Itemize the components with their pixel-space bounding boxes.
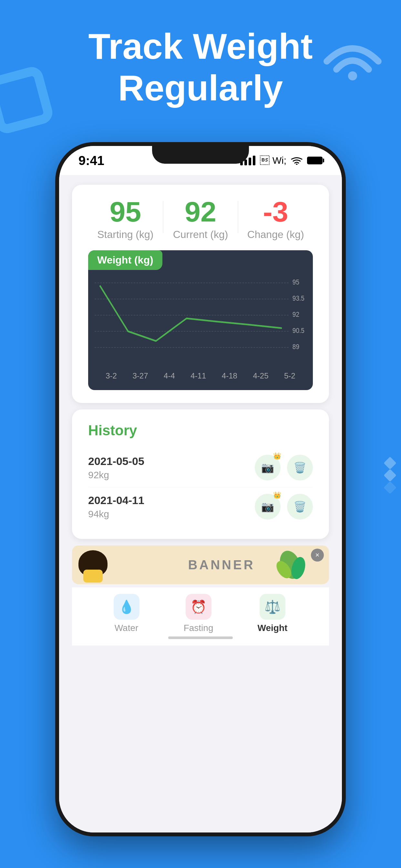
history-actions-1: 👑 📷 🗑️ xyxy=(255,455,313,480)
history-section: History 2021-05-05 92kg 👑 📷 🗑️ xyxy=(72,409,329,539)
hero-title: Track Weight Regularly xyxy=(0,26,401,109)
svg-text:89: 89 xyxy=(292,343,299,351)
history-item-1: 2021-05-05 92kg 👑 📷 🗑️ xyxy=(88,448,313,487)
stat-current: 92 Current (kg) xyxy=(163,197,238,241)
x-label-5: 4-18 xyxy=(222,371,237,380)
svg-text:92: 92 xyxy=(292,310,299,318)
bg-decoration-diamonds xyxy=(385,459,395,492)
history-weight-1: 92kg xyxy=(88,469,144,480)
phone-notch xyxy=(152,146,249,164)
chart-svg: 95 93.5 92 90.5 89 xyxy=(95,276,306,367)
svg-text:93.5: 93.5 xyxy=(292,294,305,302)
history-date-1: 2021-05-05 xyxy=(88,455,144,468)
change-label: Change (kg) xyxy=(238,228,313,241)
battery-icon xyxy=(307,157,322,164)
chart-body: 95 93.5 92 90.5 89 3-2 3-27 4-4 4-11 xyxy=(88,270,313,390)
history-item-2-info: 2021-04-11 94kg xyxy=(88,494,144,520)
svg-text:95: 95 xyxy=(292,278,299,286)
fasting-tab-icon: ⏰ xyxy=(186,594,212,620)
x-label-3: 4-4 xyxy=(164,371,175,380)
svg-text:90.5: 90.5 xyxy=(292,327,305,335)
crown-badge-1: 👑 xyxy=(273,452,281,460)
home-indicator xyxy=(168,637,233,639)
banner-leaves xyxy=(271,546,310,584)
camera-button-2[interactable]: 👑 📷 xyxy=(255,494,281,520)
tab-water[interactable]: 💧 Water xyxy=(114,594,140,633)
change-value: -3 xyxy=(238,197,313,226)
x-label-4: 4-11 xyxy=(190,371,206,380)
history-title: History xyxy=(88,423,313,438)
current-label: Current (kg) xyxy=(163,228,238,241)
banner-close-button[interactable]: × xyxy=(311,549,324,562)
history-weight-2: 94kg xyxy=(88,508,144,520)
history-actions-2: 👑 📷 🗑️ xyxy=(255,494,313,520)
screen-content: 95 Starting (kg) 92 Current (kg) -3 Chan… xyxy=(59,175,342,833)
stat-starting: 95 Starting (kg) xyxy=(88,197,163,241)
phone-screen: 9:41  Wi; xyxy=(59,146,342,833)
weight-tab-icon: ⚖️ xyxy=(259,594,285,620)
history-item-1-info: 2021-05-05 92kg xyxy=(88,455,144,480)
x-label-1: 3-2 xyxy=(105,371,117,380)
chart-title: Weight (kg) xyxy=(97,254,153,266)
banner-illustration xyxy=(75,547,114,583)
camera-button-1[interactable]: 👑 📷 xyxy=(255,455,281,480)
starting-value: 95 xyxy=(88,197,163,226)
history-item-2: 2021-04-11 94kg 👑 📷 🗑️ xyxy=(88,487,313,526)
chart-header: Weight (kg) xyxy=(88,250,162,270)
status-icons:  Wi; xyxy=(240,155,322,166)
weight-chart: Weight (kg) xyxy=(88,250,313,390)
wifi-status-icon:  Wi; xyxy=(260,155,286,166)
current-value: 92 xyxy=(163,197,238,226)
tab-weight[interactable]: ⚖️ Weight xyxy=(258,594,288,633)
chart-x-labels: 3-2 3-27 4-4 4-11 4-18 4-25 5-2 xyxy=(95,371,306,380)
phone-frame: 9:41  Wi; xyxy=(55,142,346,836)
delete-button-1[interactable]: 🗑️ xyxy=(287,455,313,480)
status-time: 9:41 xyxy=(79,153,104,168)
weight-tab-label: Weight xyxy=(258,623,288,633)
stat-change: -3 Change (kg) xyxy=(238,197,313,241)
water-tab-icon: 💧 xyxy=(114,594,140,620)
history-date-2: 2021-04-11 xyxy=(88,494,144,507)
stats-card: 95 Starting (kg) 92 Current (kg) -3 Chan… xyxy=(72,185,329,403)
stats-row: 95 Starting (kg) 92 Current (kg) -3 Chan… xyxy=(88,197,313,241)
tab-fasting[interactable]: ⏰ Fasting xyxy=(184,594,213,633)
water-tab-label: Water xyxy=(115,623,138,633)
x-label-2: 3-27 xyxy=(132,371,148,380)
starting-label: Starting (kg) xyxy=(88,228,163,241)
wifi-status-svg xyxy=(291,156,303,165)
delete-button-2[interactable]: 🗑️ xyxy=(287,494,313,520)
x-label-6: 4-25 xyxy=(253,371,268,380)
x-label-7: 5-2 xyxy=(284,371,296,380)
banner: BANNER × xyxy=(72,546,329,584)
svg-point-1 xyxy=(296,164,298,165)
tab-bar: 💧 Water ⏰ Fasting ⚖️ Weight xyxy=(72,587,329,646)
fasting-tab-label: Fasting xyxy=(184,623,213,633)
crown-badge-2: 👑 xyxy=(273,491,281,499)
